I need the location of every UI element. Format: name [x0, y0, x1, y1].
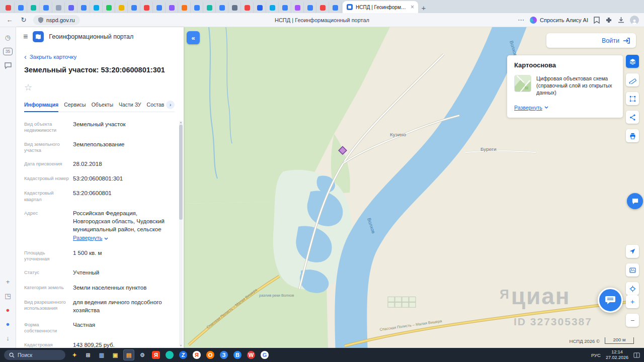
share-button[interactable] — [626, 111, 639, 124]
snapshot-button[interactable] — [626, 263, 639, 277]
folder-open-icon[interactable]: ▤ — [123, 349, 134, 360]
ai-sparkle-icon[interactable]: ✦ — [69, 349, 80, 360]
browser-tab[interactable] — [2, 2, 15, 13]
tab-parcel-parts[interactable]: Части ЗУ — [119, 99, 141, 112]
browser-tab[interactable] — [203, 2, 216, 13]
collapse-panel-button[interactable]: « — [187, 31, 200, 44]
login-button[interactable]: Войти — [546, 33, 636, 48]
w-app-icon[interactable]: W — [246, 349, 257, 360]
browser-tab[interactable] — [140, 2, 153, 13]
scrollbar-down-arrow[interactable]: ▼ — [179, 344, 183, 347]
back-icon[interactable]: ← — [5, 16, 14, 24]
tab-counter-badge[interactable]: 35 — [3, 46, 14, 57]
widgets-icon[interactable]: ◳ — [3, 290, 14, 301]
browser-tab[interactable] — [228, 2, 241, 13]
browser-tab[interactable] — [291, 2, 304, 13]
teal-app-icon[interactable] — [164, 349, 175, 360]
new-tab-button[interactable]: + — [418, 2, 429, 13]
panel-scrollbar[interactable]: ▲ ▼ — [179, 121, 183, 347]
tab-services[interactable]: Сервисы — [64, 99, 86, 112]
basemap-expand-link[interactable]: Развернуть — [514, 105, 548, 111]
map-area[interactable]: Кузино Буреги Волхов Волхов разлив реки … — [184, 27, 644, 348]
extensions-icon[interactable] — [605, 17, 612, 24]
site-chip[interactable]: nspd.gov.ru — [33, 15, 80, 25]
downloads-icon[interactable] — [618, 17, 624, 23]
bookmarks-icon[interactable] — [594, 17, 600, 24]
yandex-circle-icon[interactable]: Я — [191, 349, 202, 360]
browser-tab[interactable] — [316, 2, 329, 13]
browser-tab[interactable] — [266, 2, 279, 13]
scrollbar-up-arrow[interactable]: ▲ — [179, 121, 183, 124]
tab-composition[interactable]: Состав — [147, 99, 165, 112]
browser-tab[interactable] — [153, 2, 166, 13]
explorer-icon[interactable]: ▣ — [110, 349, 121, 360]
coordinates-button[interactable] — [626, 282, 639, 295]
tab-objects[interactable]: Объекты — [92, 99, 113, 112]
language-indicator[interactable]: РУС — [591, 352, 601, 358]
browser-tab[interactable] — [166, 2, 178, 13]
task-view-icon[interactable]: ⊞ — [83, 349, 94, 360]
profile-avatar[interactable] — [630, 16, 639, 25]
layers-button[interactable] — [626, 55, 639, 68]
service-blue-icon[interactable]: ● — [3, 318, 14, 329]
alice-button[interactable]: Спросить Алису AI — [530, 17, 588, 24]
notifications-icon[interactable] — [633, 352, 640, 358]
history-icon[interactable]: ◷ — [3, 32, 14, 43]
tabs-scroll-right-button[interactable]: › — [166, 101, 175, 109]
settings-icon[interactable]: ⚙ — [137, 349, 148, 360]
navigation-arrow-icon — [629, 248, 636, 255]
browser-tab[interactable] — [15, 2, 27, 13]
browser-tab[interactable] — [77, 2, 90, 13]
browser-tab[interactable] — [279, 2, 291, 13]
taskbar-search[interactable]: Поиск — [4, 350, 65, 360]
address-expand-link[interactable]: Развернуть — [73, 234, 108, 242]
basemap-thumbnail[interactable] — [514, 75, 531, 92]
yandex-browser-icon[interactable]: Я — [150, 349, 162, 360]
messenger-icon[interactable] — [3, 60, 14, 71]
browser-tab[interactable] — [216, 2, 228, 13]
active-tab[interactable]: НСПД | Геоинформаци… × — [343, 1, 418, 13]
browser-tab[interactable] — [115, 2, 128, 13]
close-card-link[interactable]: ‹ Закрыть карточку — [24, 53, 175, 60]
browser-tab[interactable] — [90, 2, 103, 13]
browser-tab[interactable] — [178, 2, 191, 13]
chat-fab-button[interactable] — [598, 288, 623, 313]
scrollbar-thumb[interactable] — [179, 125, 183, 220]
locate-button[interactable] — [626, 245, 639, 258]
print-button[interactable] — [626, 129, 639, 142]
zoom-in-button[interactable]: + — [626, 295, 639, 308]
g-app-icon[interactable]: G — [259, 349, 270, 360]
favorite-star-icon[interactable]: ☆ — [24, 82, 34, 93]
monitor-icon[interactable]: ▥ — [96, 349, 107, 360]
collapse-sidebar-icon[interactable]: ↓ — [3, 332, 14, 343]
vk-app-icon[interactable]: B — [232, 349, 243, 360]
browser-tab[interactable] — [52, 2, 65, 13]
browser-tab[interactable] — [304, 2, 316, 13]
browser-tab[interactable] — [65, 2, 77, 13]
layers-icon — [629, 58, 636, 65]
tab-information[interactable]: Информация — [24, 99, 58, 112]
measure-button[interactable] — [626, 73, 639, 86]
browser-tab[interactable] — [241, 2, 254, 13]
tab-close-icon[interactable]: × — [411, 4, 414, 11]
browser-tab[interactable] — [27, 2, 40, 13]
browser-tab[interactable] — [191, 2, 203, 13]
more-menu-icon[interactable]: ⋯ — [518, 16, 524, 24]
o-app-icon[interactable]: О — [205, 349, 216, 360]
browser-tab[interactable] — [103, 2, 115, 13]
mail-app-icon[interactable]: З — [218, 349, 229, 360]
browser-tab[interactable] — [40, 2, 52, 13]
site-security-icon — [38, 17, 43, 23]
refresh-icon[interactable]: ↻ — [19, 16, 28, 24]
feedback-button[interactable] — [627, 193, 643, 209]
zoom-out-button[interactable]: − — [626, 314, 639, 327]
taskbar-clock[interactable]: 12:14 27.02.2026 — [606, 349, 628, 361]
service-red-icon[interactable]: ● — [3, 304, 14, 315]
select-area-button[interactable] — [626, 92, 639, 105]
browser-tab[interactable] — [254, 2, 266, 13]
browser-tab[interactable] — [329, 2, 342, 13]
browser-tab[interactable] — [128, 2, 140, 13]
menu-icon[interactable]: ≡ — [23, 32, 28, 41]
z-app-icon[interactable]: Z — [178, 349, 189, 360]
add-panel-icon[interactable]: + — [3, 276, 14, 287]
